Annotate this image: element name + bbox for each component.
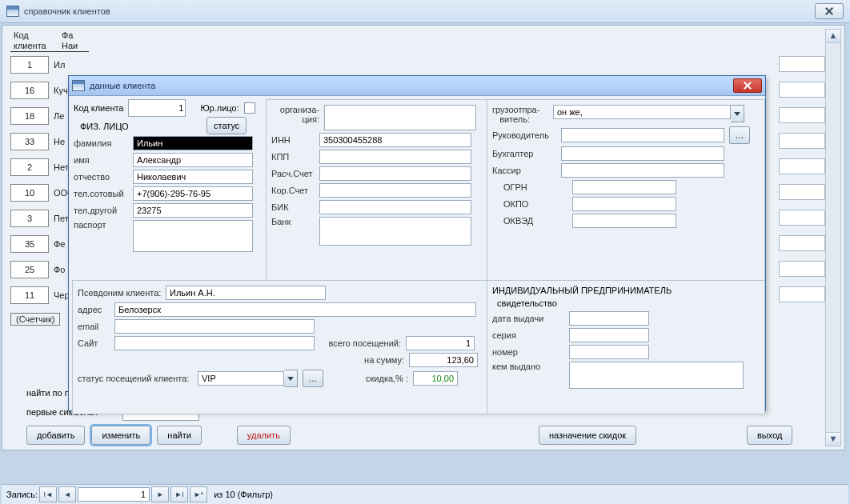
name-label: имя [74, 155, 133, 165]
ip-number-field[interactable] [569, 345, 649, 359]
row-code: 2 [10, 158, 49, 176]
form-icon [6, 6, 19, 17]
ip-section-title: ИНДИВИДУАЛЬНЫЙ ПРЕДПРИНИМАТЕЛЬ [492, 286, 760, 295]
recnav-prev-button[interactable]: ◄ [58, 486, 76, 502]
bik-field[interactable] [319, 200, 471, 214]
row-text: Фо [54, 262, 65, 278]
exit-button[interactable]: выход [747, 426, 792, 445]
address-field[interactable] [114, 302, 476, 317]
counter-label: (Счетчик) [10, 313, 60, 326]
ip-date-field[interactable] [569, 311, 649, 326]
address-label: адрес [78, 305, 114, 314]
mobile-label: тел.сотовый [74, 189, 133, 198]
recnav-next-button[interactable]: ► [151, 486, 169, 502]
row-text: Ил [54, 57, 65, 73]
alias-field[interactable] [166, 286, 326, 300]
delete-button[interactable]: удалить [237, 426, 291, 445]
modal-close-button[interactable] [733, 78, 762, 93]
corr-account-field[interactable] [319, 183, 471, 198]
head-label: Руководитель [492, 130, 561, 140]
account-label: Расч.Счет [271, 169, 319, 178]
client-code-field[interactable] [128, 99, 186, 117]
ip-issued-label: кем выдано [492, 362, 569, 371]
visit-status-label: статус посещений клиента: [78, 374, 198, 383]
corr-account-label: Кор.Счет [271, 186, 319, 195]
shipper-label: грузоотпра- витель: [492, 105, 553, 124]
recnav-first-button[interactable]: I◄ [39, 486, 57, 502]
account-field[interactable] [319, 166, 471, 181]
recnav-new-button[interactable]: ►* [190, 486, 207, 502]
ip-series-field[interactable] [569, 328, 649, 342]
form-icon [72, 80, 85, 91]
row-text: Ле [54, 108, 64, 124]
outer-titlebar: справочник клиентов [0, 0, 850, 23]
shipper-dropdown-button[interactable] [731, 105, 744, 122]
row-code: 16 [10, 82, 49, 99]
org-field[interactable] [324, 105, 476, 130]
discounts-button[interactable]: назначение скидок [539, 426, 636, 445]
row-text: Фе [54, 236, 65, 252]
other-phone-field[interactable] [133, 203, 253, 218]
ip-certificate-label: свидетельство [497, 298, 760, 308]
email-label: email [78, 322, 114, 331]
head-browse-button[interactable]: … [729, 126, 750, 144]
passport-field[interactable] [133, 220, 253, 252]
accountant-field[interactable] [561, 146, 724, 161]
ip-issued-field[interactable] [569, 362, 744, 389]
recnav-position[interactable] [78, 487, 150, 502]
outer-close-button[interactable] [815, 3, 844, 19]
inn-field[interactable] [319, 133, 471, 147]
kpp-field[interactable] [319, 150, 471, 164]
surname-field[interactable] [133, 136, 253, 150]
inn-label: ИНН [271, 135, 319, 145]
discount-label: скидка,% : [344, 374, 408, 383]
table-row[interactable]: 1Ил [10, 52, 89, 78]
okpo-field[interactable] [572, 197, 676, 211]
row-code: 33 [10, 133, 49, 150]
visit-status-browse-button[interactable]: … [303, 370, 323, 387]
row-code: 3 [10, 210, 49, 227]
ogrn-label: ОГРН [492, 182, 572, 192]
row-code: 10 [10, 184, 49, 202]
row-text: Не [54, 134, 65, 150]
mobile-field[interactable] [133, 186, 253, 201]
surname-label: фамилия [74, 138, 133, 148]
okpo-label: ОКПО [492, 199, 572, 209]
shipper-field[interactable] [553, 105, 731, 119]
add-button[interactable]: добавить [26, 426, 85, 445]
patronymic-field[interactable] [133, 170, 253, 184]
legal-entity-checkbox[interactable] [244, 102, 255, 114]
row-text: Нет [54, 159, 69, 175]
kpp-label: КПП [271, 152, 319, 162]
row-code: 18 [10, 107, 49, 125]
ip-date-label: дата выдачи [492, 314, 569, 323]
site-field[interactable] [114, 336, 315, 350]
email-field[interactable] [114, 319, 315, 334]
scroll-down-icon[interactable]: ▼ [826, 432, 840, 446]
name-field[interactable] [133, 153, 253, 167]
recnav-last-button[interactable]: ►I [170, 486, 188, 502]
visit-status-dropdown-button[interactable] [284, 370, 298, 387]
visits-field[interactable] [406, 336, 475, 350]
alias-label: Псевдоним клиента: [78, 288, 166, 298]
sum-label: на сумму: [318, 355, 404, 365]
row-text: Куч [54, 82, 68, 98]
discount-field[interactable] [413, 371, 458, 386]
vertical-scrollbar[interactable]: ▲ ▼ [825, 29, 841, 446]
ogrn-field[interactable] [572, 180, 676, 194]
find-button[interactable]: найти [157, 426, 202, 445]
edit-button[interactable]: изменить [91, 426, 150, 445]
head-field[interactable] [561, 128, 724, 142]
visit-status-field[interactable] [198, 371, 284, 386]
cashier-field[interactable] [561, 163, 724, 178]
bik-label: БИК [271, 202, 319, 212]
okved-label: ОКВЭД [492, 216, 572, 226]
row-code: 35 [10, 235, 49, 253]
grid-header-surname: Фа Наи [58, 30, 89, 52]
scroll-up-icon[interactable]: ▲ [826, 30, 840, 43]
chevron-down-icon [734, 112, 740, 116]
sum-field[interactable] [409, 353, 478, 367]
bank-field[interactable] [319, 217, 471, 246]
phys-section-title: ФИЗ. ЛИЦО [80, 122, 259, 131]
okved-field[interactable] [572, 214, 676, 228]
